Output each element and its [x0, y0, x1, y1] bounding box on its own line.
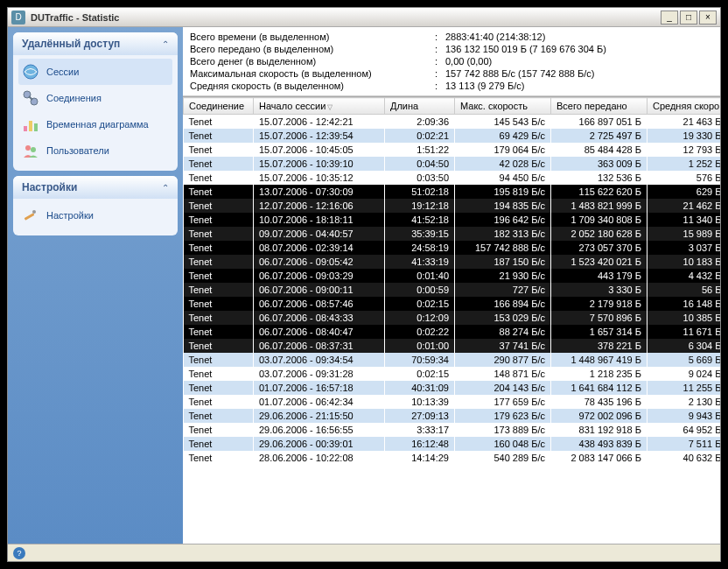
- table-cell: 28.06.2006 - 10:22:08: [254, 451, 385, 465]
- column-header[interactable]: Соединение: [184, 98, 254, 115]
- table-cell: 06.07.2006 - 08:57:46: [254, 297, 385, 311]
- nav-label: Настройки: [46, 210, 94, 221]
- help-icon[interactable]: ?: [13, 547, 25, 559]
- table-cell: 727 Б/с: [455, 283, 551, 297]
- table-row[interactable]: Tenet06.07.2006 - 08:40:470:02:2288 274 …: [184, 325, 721, 339]
- table-cell: 179 064 Б/с: [455, 143, 551, 157]
- table-row[interactable]: Tenet06.07.2006 - 09:05:4241:33:19187 15…: [184, 255, 721, 269]
- table-cell: 15.07.2006 - 12:39:54: [254, 129, 385, 143]
- nav-item-users[interactable]: Пользователи: [18, 137, 172, 164]
- summary-row: Средняя скорость (в выделенном):13 113 (…: [190, 80, 713, 92]
- table-row[interactable]: Tenet06.07.2006 - 09:03:290:01:4021 930 …: [184, 269, 721, 283]
- table-cell: Tenet: [184, 381, 254, 395]
- nav-item-sessions[interactable]: Сессии: [18, 59, 172, 85]
- table-row[interactable]: Tenet01.07.2006 - 16:57:1840:31:09204 14…: [184, 381, 721, 395]
- svg-point-10: [32, 210, 36, 214]
- column-header[interactable]: Длина: [385, 98, 455, 115]
- table-cell: 16 148 Б/с: [648, 297, 721, 311]
- table-cell: 187 150 Б/с: [455, 255, 551, 269]
- table-cell: 10:13:39: [385, 395, 455, 409]
- column-header[interactable]: Начало сессии▽: [254, 98, 385, 115]
- table-row[interactable]: Tenet15.07.2006 - 12:39:540:02:2169 429 …: [184, 129, 721, 143]
- table-row[interactable]: Tenet03.07.2006 - 09:31:280:02:15148 871…: [184, 367, 721, 381]
- table-row[interactable]: Tenet29.06.2006 - 16:56:553:33:17173 889…: [184, 423, 721, 437]
- table-cell: Tenet: [184, 311, 254, 325]
- table-cell: 6 304 Б/с: [648, 339, 721, 353]
- column-header[interactable]: Макс. скорость: [455, 98, 551, 115]
- nav-item-timegraph[interactable]: Временная диаграмма: [18, 111, 172, 137]
- svg-line-3: [29, 96, 32, 100]
- table-cell: 40 632 Б/с: [648, 451, 721, 465]
- summary-value: 2883:41:40 (214:38:12): [445, 32, 713, 42]
- table-cell: 06.07.2006 - 09:05:42: [254, 255, 385, 269]
- table-row[interactable]: Tenet08.07.2006 - 02:39:1424:58:19157 74…: [184, 241, 721, 255]
- app-window: D DUTraffic - Statistic _ □ × Удалённый …: [7, 7, 721, 562]
- table-cell: 0:02:22: [385, 325, 455, 339]
- table-row[interactable]: Tenet12.07.2006 - 12:16:0619:12:18194 83…: [184, 199, 721, 213]
- table-cell: 2 052 180 628 Б: [551, 227, 648, 241]
- table-row[interactable]: Tenet15.07.2006 - 10:35:120:03:5094 450 …: [184, 171, 721, 185]
- nav-label: Пользователи: [46, 145, 109, 156]
- close-button[interactable]: ×: [699, 11, 717, 25]
- table-cell: 0:12:09: [385, 311, 455, 325]
- table-row[interactable]: Tenet15.07.2006 - 12:42:212:09:36145 543…: [184, 115, 721, 130]
- table-row[interactable]: Tenet10.07.2006 - 18:18:1141:52:18196 64…: [184, 213, 721, 227]
- table-cell: 2:09:36: [385, 115, 455, 130]
- column-label: Всего передано: [556, 101, 627, 111]
- column-label: Начало сессии: [259, 101, 326, 111]
- summary-row: Всего передано (в выделенном):136 132 15…: [190, 43, 713, 55]
- table-cell: 9 024 Б/с: [648, 367, 721, 381]
- column-header[interactable]: Средняя скоро...: [648, 98, 721, 115]
- table-row[interactable]: Tenet29.06.2006 - 00:39:0116:12:48160 04…: [184, 437, 721, 451]
- panel-title: Удалённый доступ: [22, 38, 120, 50]
- table-cell: 5 669 Б/с: [648, 353, 721, 367]
- table-row[interactable]: Tenet03.07.2006 - 09:34:5470:59:34290 87…: [184, 353, 721, 367]
- table-cell: 9 943 Б/с: [648, 409, 721, 423]
- table-row[interactable]: Tenet06.07.2006 - 08:57:460:02:15166 894…: [184, 297, 721, 311]
- table-cell: 2 725 497 Б: [551, 129, 648, 143]
- table-row[interactable]: Tenet28.06.2006 - 10:22:0814:14:29540 28…: [184, 451, 721, 465]
- table-cell: 37 741 Б/с: [455, 339, 551, 353]
- statusbar: ?: [8, 544, 720, 561]
- table-row[interactable]: Tenet15.07.2006 - 10:39:100:04:5042 028 …: [184, 157, 721, 171]
- table-cell: 15.07.2006 - 10:35:12: [254, 171, 385, 185]
- table-cell: Tenet: [184, 339, 254, 353]
- table-cell: 179 623 Б/с: [455, 409, 551, 423]
- column-header[interactable]: Всего передано: [551, 98, 648, 115]
- table-cell: 148 871 Б/с: [455, 367, 551, 381]
- table-cell: 03.07.2006 - 09:34:54: [254, 353, 385, 367]
- table-cell: 115 622 620 Б: [551, 185, 648, 199]
- table-row[interactable]: Tenet13.07.2006 - 07:30:0951:02:18195 81…: [184, 185, 721, 199]
- table-cell: 145 543 Б/с: [455, 115, 551, 130]
- table-cell: 3:33:17: [385, 423, 455, 437]
- table-cell: 0:02:21: [385, 129, 455, 143]
- panel-header[interactable]: Настройки⌃: [13, 176, 178, 199]
- table-cell: 1 218 235 Б: [551, 367, 648, 381]
- table-cell: Tenet: [184, 171, 254, 185]
- table-row[interactable]: Tenet06.07.2006 - 09:00:110:00:59727 Б/с…: [184, 283, 721, 297]
- table-cell: 11 255 Б/с: [648, 381, 721, 395]
- titlebar: D DUTraffic - Statistic _ □ ×: [8, 8, 720, 27]
- nav-item-settings[interactable]: Настройки: [18, 202, 172, 228]
- nav-item-connections[interactable]: Соединения: [18, 85, 172, 111]
- table-cell: 831 192 918 Б: [551, 423, 648, 437]
- table-cell: 540 289 Б/с: [455, 451, 551, 465]
- table-cell: 12 793 Б/с: [648, 143, 721, 157]
- users-icon: [22, 142, 39, 159]
- column-label: Соединение: [189, 101, 244, 111]
- table-row[interactable]: Tenet29.06.2006 - 21:15:5027:09:13179 62…: [184, 409, 721, 423]
- minimize-button[interactable]: _: [661, 11, 678, 25]
- table-row[interactable]: Tenet01.07.2006 - 06:42:3410:13:39177 65…: [184, 395, 721, 409]
- table-cell: 1 657 314 Б: [551, 325, 648, 339]
- sessions-table-wrap[interactable]: СоединениеНачало сессии▽ДлинаМакс. скоро…: [183, 96, 720, 544]
- table-cell: 11 671 Б/с: [648, 325, 721, 339]
- table-cell: 06.07.2006 - 08:37:31: [254, 339, 385, 353]
- panel-header[interactable]: Удалённый доступ⌃: [13, 32, 178, 55]
- table-row[interactable]: Tenet15.07.2006 - 10:45:051:51:22179 064…: [184, 143, 721, 157]
- table-row[interactable]: Tenet06.07.2006 - 08:43:330:12:09153 029…: [184, 311, 721, 325]
- maximize-button[interactable]: □: [680, 11, 697, 25]
- table-cell: Tenet: [184, 451, 254, 465]
- table-row[interactable]: Tenet06.07.2006 - 08:37:310:01:0037 741 …: [184, 339, 721, 353]
- table-cell: 15 989 Б/с: [648, 227, 721, 241]
- table-row[interactable]: Tenet09.07.2006 - 04:40:5735:39:15182 31…: [184, 227, 721, 241]
